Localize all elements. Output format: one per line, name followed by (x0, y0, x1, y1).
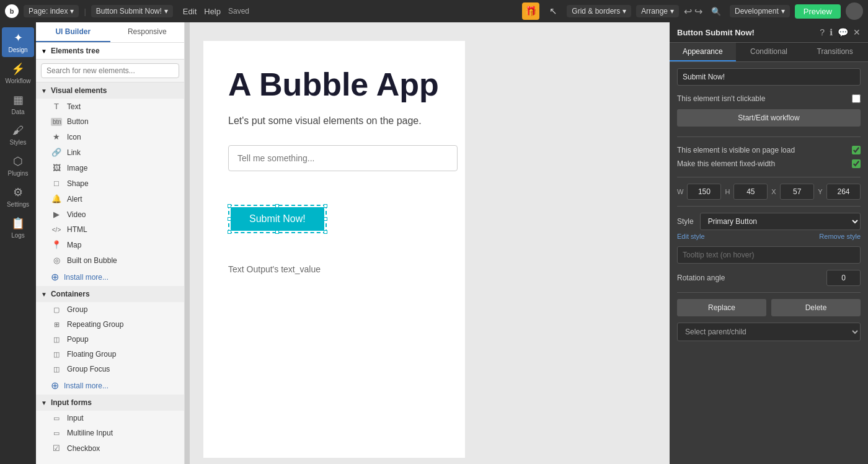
right-panel-tabs: Appearance Conditional Transitions (670, 43, 868, 62)
element-item-popup[interactable]: ◫ Popup (36, 332, 184, 347)
left-icon-bar: ✦ Design ⚡ Workflow ▦ Data 🖌 Styles ⬡ Pl… (0, 22, 36, 464)
element-item-icon[interactable]: ★ Icon (36, 129, 184, 145)
sidebar-item-design[interactable]: ✦ Design (2, 27, 34, 57)
resize-handle-tl[interactable] (228, 204, 231, 208)
sidebar-item-settings[interactable]: ⚙ Settings (2, 182, 34, 212)
resize-handle-mr[interactable] (324, 217, 327, 221)
input-forms-header[interactable]: ▼ Input forms (36, 395, 184, 411)
sidebar-item-styles[interactable]: 🖌 Styles (2, 120, 34, 149)
resize-handle-bl[interactable] (228, 230, 231, 234)
tooltip-input[interactable] (677, 246, 861, 264)
close-icon[interactable]: ✕ (853, 27, 861, 37)
workflow-button[interactable]: Start/Edit workflow (677, 109, 861, 127)
element-item-multiline-input[interactable]: ▭ Multiline Input (36, 426, 184, 440)
tab-appearance[interactable]: Appearance (670, 43, 736, 61)
dev-mode-button[interactable]: Development ▾ (730, 5, 790, 17)
remove-style-link[interactable]: Remove style (819, 233, 861, 240)
image-icon: 🖼 (51, 163, 62, 172)
element-item-builtonbubble[interactable]: ◎ Built on Bubble (36, 252, 184, 268)
element-item-group-focus[interactable]: ◫ Group Focus (36, 362, 184, 377)
element-item-button[interactable]: btn Button (36, 114, 184, 129)
resize-left[interactable] (185, 22, 190, 464)
install-more-label: Install more... (64, 273, 108, 282)
install-more-containers[interactable]: ⊕ Install more... (36, 377, 184, 395)
workflow-icon: ⚡ (11, 62, 25, 76)
w-input[interactable] (687, 184, 721, 200)
element-item-input[interactable]: ▭ Input (36, 411, 184, 426)
preview-button[interactable]: Preview (795, 4, 841, 19)
resize-handle-tm[interactable] (275, 204, 279, 208)
undo-button[interactable]: ↩ (684, 6, 692, 17)
canvas-content: A Bubble App Let's put some visual eleme… (203, 41, 465, 299)
right-panel: Button Submit Now! ? ℹ 💬 ✕ Appearance Co… (670, 22, 868, 464)
page-selector[interactable]: Page: index ▾ (24, 5, 79, 17)
rotation-input[interactable] (826, 270, 861, 286)
element-selector[interactable]: Button Submit Now! ▾ (91, 5, 173, 17)
clickable-checkbox[interactable] (852, 94, 861, 103)
element-item-text[interactable]: T Text (36, 99, 184, 114)
resize-handle-ml[interactable] (228, 217, 231, 221)
arrange-button[interactable]: Arrange ▾ (636, 5, 679, 17)
element-item-link[interactable]: 🔗 Link (36, 145, 184, 160)
info-icon[interactable]: ℹ (830, 27, 833, 37)
edit-style-link[interactable]: Edit style (677, 233, 705, 240)
canvas-button-selection[interactable]: Submit Now! (228, 205, 327, 233)
fixed-width-row: Make this element fixed-width (677, 157, 861, 171)
grid-borders-button[interactable]: Grid & borders ▾ (567, 5, 631, 17)
element-item-image[interactable]: 🖼 Image (36, 160, 184, 176)
elements-tree-toggle[interactable]: ▼ Elements tree (41, 47, 179, 55)
parent-child-select[interactable]: Select parent/child (677, 323, 861, 341)
pointer-tool[interactable]: ↖ (544, 2, 562, 20)
sidebar-item-plugins[interactable]: ⬡ Plugins (2, 151, 34, 181)
tab-conditional[interactable]: Conditional (736, 43, 802, 61)
video-icon: ▶ (51, 210, 62, 219)
help-circle-icon[interactable]: ? (820, 27, 825, 37)
arrange-label: Arrange (641, 7, 668, 16)
tab-transitions[interactable]: Transitions (802, 43, 868, 61)
submit-button[interactable]: Submit Now! (231, 207, 324, 231)
edit-menu[interactable]: Edit (183, 7, 197, 16)
visual-section-label: Visual elements (51, 86, 107, 95)
fixed-width-checkbox[interactable] (852, 159, 861, 168)
replace-button[interactable]: Replace (677, 299, 766, 316)
element-item-alert[interactable]: 🔔 Alert (36, 191, 184, 207)
button-name-input[interactable] (677, 68, 861, 86)
tab-responsive[interactable]: Responsive (110, 22, 185, 42)
avatar[interactable] (846, 2, 863, 20)
sidebar-item-workflow[interactable]: ⚡ Workflow (2, 58, 34, 88)
redo-button[interactable]: ↪ (694, 6, 702, 17)
search-icon[interactable]: 🔍 (707, 2, 725, 20)
element-item-shape[interactable]: □ Shape (36, 176, 184, 191)
element-item-video[interactable]: ▶ Video (36, 207, 184, 222)
x-input[interactable] (780, 184, 814, 200)
element-item-map[interactable]: 📍 Map (36, 237, 184, 252)
containers-header[interactable]: ▼ Containers (36, 286, 184, 302)
element-item-floating-group[interactable]: ◫ Floating Group (36, 347, 184, 362)
right-panel-icons: ? ℹ 💬 ✕ (820, 27, 861, 37)
resize-handle-bm[interactable] (275, 230, 279, 234)
tab-ui-builder[interactable]: UI Builder (36, 22, 110, 42)
element-item-repeating-group[interactable]: ⊞ Repeating Group (36, 317, 184, 332)
chat-icon[interactable]: 💬 (838, 27, 848, 37)
y-input[interactable] (826, 184, 861, 200)
search-input[interactable] (41, 63, 179, 78)
sidebar-item-data[interactable]: ▦ Data (2, 89, 34, 119)
element-item-group[interactable]: ▢ Group (36, 302, 184, 317)
builtonbubble-icon: ◎ (51, 256, 62, 265)
visible-checkbox[interactable] (852, 146, 861, 154)
h-input[interactable] (733, 184, 768, 200)
style-select[interactable]: Primary Button (700, 213, 861, 230)
install-more-visual[interactable]: ⊕ Install more... (36, 268, 184, 286)
sidebar-item-logs[interactable]: 📋 Logs (2, 213, 34, 243)
resize-handle-tr[interactable] (324, 204, 327, 208)
element-item-html[interactable]: </> HTML (36, 222, 184, 237)
help-menu[interactable]: Help (204, 7, 221, 16)
delete-button[interactable]: Delete (771, 299, 861, 316)
gift-icon[interactable]: 🎁 (522, 2, 539, 20)
visual-elements-header[interactable]: ▼ Visual elements (36, 83, 184, 99)
element-label-group-focus: Group Focus (67, 365, 110, 373)
canvas-input-field[interactable] (228, 145, 458, 171)
resize-handle-br[interactable] (324, 230, 327, 234)
w-label: W (677, 188, 683, 195)
element-item-checkbox[interactable]: ☑ Checkbox (36, 440, 184, 456)
